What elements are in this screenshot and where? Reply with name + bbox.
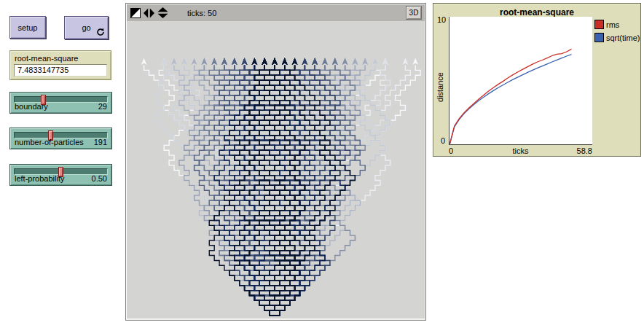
slider-label: left-probability bbox=[15, 174, 64, 183]
view-3d-button[interactable]: 3D bbox=[406, 6, 422, 20]
slider-left-probability[interactable]: left-probability 0.50 bbox=[9, 164, 112, 186]
monitor-root-mean-square: root-mean-square 7.4833147735 bbox=[9, 50, 111, 80]
slider-value: 191 bbox=[94, 138, 107, 146]
resize-corner-icon[interactable] bbox=[130, 8, 141, 18]
slider-boundary[interactable]: boundary 29 bbox=[9, 92, 112, 114]
sqrt-time-color-swatch bbox=[594, 33, 604, 42]
forever-loop-icon bbox=[96, 28, 105, 36]
slider-label: boundary bbox=[15, 102, 48, 111]
go-button-label: go bbox=[82, 23, 90, 32]
rms-color-swatch bbox=[594, 20, 604, 29]
monitor-label: root-mean-square bbox=[15, 54, 107, 63]
monitor-value: 7.4833147735 bbox=[14, 64, 107, 77]
go-button[interactable]: go bbox=[64, 16, 109, 39]
plot-root-mean-square: root-mean-square 10 0 distance 0 ticks 5… bbox=[433, 3, 641, 157]
y-axis-min-label: 0 bbox=[441, 136, 445, 145]
world-view-widget: ticks: 50 3D bbox=[125, 3, 426, 321]
slider-number-of-particles[interactable]: number-of-particles 191 bbox=[9, 128, 112, 149]
world-canvas[interactable] bbox=[127, 21, 425, 318]
ticks-counter: ticks: 50 bbox=[187, 9, 216, 17]
plot-curves bbox=[449, 17, 593, 145]
setup-button[interactable]: setup bbox=[9, 16, 46, 39]
horizontal-arrows-icon[interactable] bbox=[144, 8, 154, 18]
plot-area bbox=[449, 17, 592, 145]
slider-value: 29 bbox=[98, 102, 107, 111]
x-axis-max-label: 58.8 bbox=[577, 146, 592, 155]
vertical-arrows-icon[interactable] bbox=[157, 7, 168, 18]
y-axis-max-label: 10 bbox=[437, 15, 446, 24]
legend-label: sqrt(time) bbox=[606, 34, 640, 42]
slider-label: number-of-particles bbox=[15, 138, 84, 146]
y-axis-title: distance bbox=[436, 44, 444, 131]
slider-value: 0.50 bbox=[92, 174, 107, 183]
x-axis-title: ticks bbox=[449, 146, 592, 155]
setup-button-label: setup bbox=[18, 23, 38, 32]
legend-label: rms bbox=[606, 20, 619, 29]
legend-item-sqrt-time: sqrt(time) bbox=[594, 33, 640, 42]
view-3d-button-label: 3D bbox=[409, 9, 419, 17]
plot-legend: rms sqrt(time) bbox=[594, 20, 640, 46]
plot-title: root-mean-square bbox=[433, 7, 640, 17]
legend-item-rms: rms bbox=[594, 20, 640, 29]
world-view-header: ticks: 50 3D bbox=[127, 4, 425, 21]
